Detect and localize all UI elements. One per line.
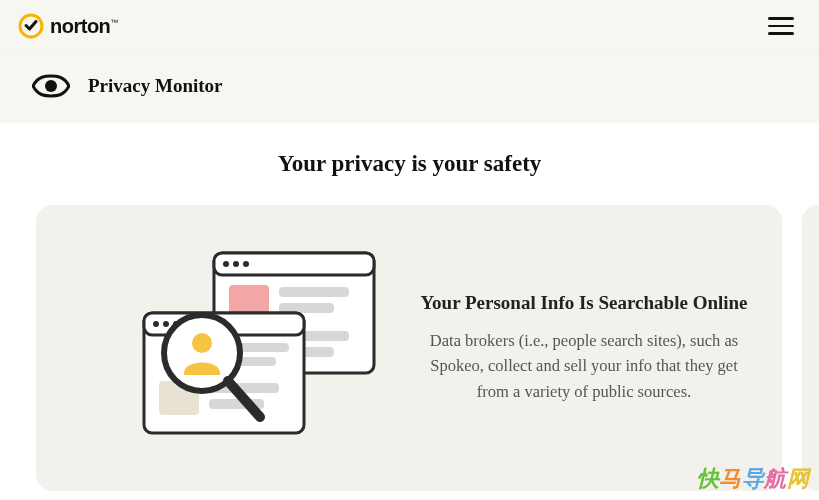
card-title: Your Personal Info Is Searchable Online [414,292,754,314]
svg-point-15 [153,321,159,327]
info-card-next [802,205,819,491]
search-windows-person-icon [64,243,404,453]
cards-carousel[interactable]: Your Personal Info Is Searchable Online … [0,205,819,491]
card-body: Data brokers (i.e., people search sites)… [414,328,754,405]
svg-point-6 [243,261,249,267]
brand-logo[interactable]: norton™ [18,13,118,39]
svg-point-16 [163,321,169,327]
svg-point-5 [233,261,239,267]
info-card: Your Personal Info Is Searchable Online … [36,205,782,491]
page-title: Privacy Monitor [88,75,223,97]
main-content: Your privacy is your safety [0,123,819,491]
top-nav: norton™ [0,0,819,52]
svg-point-25 [192,333,212,353]
svg-rect-8 [279,287,349,297]
menu-icon [768,17,794,20]
card-copy: Your Personal Info Is Searchable Online … [404,292,754,405]
norton-check-icon [18,13,44,39]
tagline: Your privacy is your safety [0,151,819,177]
brand-name: norton™ [50,15,118,38]
menu-button[interactable] [761,6,801,46]
svg-point-1 [45,80,57,92]
cards-track: Your Personal Info Is Searchable Online … [36,205,819,491]
page-subheader: Privacy Monitor [0,52,819,123]
eye-icon [32,67,70,105]
svg-point-4 [223,261,229,267]
